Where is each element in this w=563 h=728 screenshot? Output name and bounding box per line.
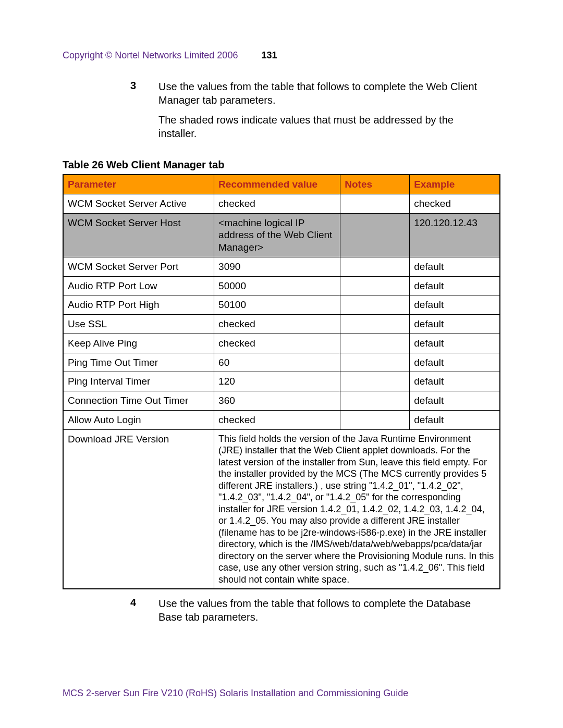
cell-example: checked [410, 194, 500, 213]
cell-example: default [410, 391, 500, 411]
table-row: WCM Socket Server Port 3090 default [63, 257, 500, 276]
cell-recommended: checked [214, 315, 340, 334]
cell-parameter: Keep Alive Ping [63, 334, 214, 353]
table-row: Keep Alive Ping checked default [63, 334, 500, 353]
cell-parameter: Connection Time Out Timer [63, 391, 214, 411]
cell-example: default [410, 257, 500, 276]
cell-recommended: 50000 [214, 276, 340, 295]
page-number: 131 [261, 50, 277, 60]
col-header-example: Example [410, 175, 500, 194]
cell-parameter: Ping Interval Timer [63, 372, 214, 391]
table-title: Table 26 Web Client Manager tab [63, 159, 500, 171]
table-row: Ping Interval Timer 120 default [63, 372, 500, 391]
table-row: Connection Time Out Timer 360 default [63, 391, 500, 411]
step-number-3: 3 [130, 80, 158, 146]
cell-parameter: WCM Socket Server Host [63, 213, 214, 257]
cell-notes [340, 194, 410, 213]
cell-recommended: checked [214, 334, 340, 353]
step-3-body: Use the values from the table that follo… [158, 80, 490, 146]
cell-recommended: 360 [214, 391, 340, 411]
step-3-para-1: Use the values from the table that follo… [158, 80, 490, 107]
table-row: Ping Time Out Timer 60 default [63, 353, 500, 372]
table-header-row: Parameter Recommended value Notes Exampl… [63, 175, 500, 194]
cell-parameter: Audio RTP Port Low [63, 276, 214, 295]
cell-jre-note: This field holds the version of the Java… [214, 429, 500, 589]
cell-notes [340, 213, 410, 257]
table-row-shaded: WCM Socket Server Host <machine logical … [63, 213, 500, 257]
cell-recommended: checked [214, 194, 340, 213]
table-row: Audio RTP Port Low 50000 default [63, 276, 500, 295]
step-number-4: 4 [130, 597, 158, 630]
page: Copyright © Nortel Networks Limited 2006… [0, 0, 563, 728]
table-row: Use SSL checked default [63, 315, 500, 334]
cell-notes [340, 257, 410, 276]
step-4: 4 Use the values from the table that fol… [130, 597, 490, 630]
cell-example: default [410, 372, 500, 391]
cell-example: default [410, 315, 500, 334]
cell-recommended: <machine logical IP address of the Web C… [214, 213, 340, 257]
copyright-text: Copyright © Nortel Networks Limited 2006 [63, 50, 238, 60]
table-row: Download JRE Version This field holds th… [63, 429, 500, 589]
cell-parameter: WCM Socket Server Active [63, 194, 214, 213]
cell-parameter: Audio RTP Port High [63, 295, 214, 315]
cell-notes [340, 372, 410, 391]
cell-parameter: Use SSL [63, 315, 214, 334]
cell-parameter: Allow Auto Login [63, 410, 214, 429]
cell-notes [340, 276, 410, 295]
col-header-notes: Notes [340, 175, 410, 194]
cell-example: default [410, 410, 500, 429]
cell-notes [340, 353, 410, 372]
step-3: 3 Use the values from the table that fol… [130, 80, 490, 146]
step-3-para-2: The shaded rows indicate values that mus… [158, 113, 490, 140]
cell-notes [340, 334, 410, 353]
cell-parameter: Download JRE Version [63, 429, 214, 589]
cell-example: default [410, 276, 500, 295]
col-header-parameter: Parameter [63, 175, 214, 194]
cell-example: 120.120.12.43 [410, 213, 500, 257]
cell-recommended: 3090 [214, 257, 340, 276]
cell-recommended: checked [214, 410, 340, 429]
cell-example: default [410, 353, 500, 372]
cell-notes [340, 410, 410, 429]
cell-example: default [410, 334, 500, 353]
col-header-recommended: Recommended value [214, 175, 340, 194]
cell-notes [340, 295, 410, 315]
cell-notes [340, 391, 410, 411]
cell-recommended: 50100 [214, 295, 340, 315]
table-row: Allow Auto Login checked default [63, 410, 500, 429]
cell-recommended: 60 [214, 353, 340, 372]
cell-parameter: Ping Time Out Timer [63, 353, 214, 372]
step-4-body: Use the values from the table that follo… [158, 597, 490, 630]
table-row: Audio RTP Port High 50100 default [63, 295, 500, 315]
cell-parameter: WCM Socket Server Port [63, 257, 214, 276]
cell-recommended: 120 [214, 372, 340, 391]
page-header: Copyright © Nortel Networks Limited 2006… [63, 50, 500, 61]
table-row: WCM Socket Server Active checked checked [63, 194, 500, 213]
cell-example: default [410, 295, 500, 315]
step-4-para-1: Use the values from the table that follo… [158, 597, 490, 624]
footer-text: MCS 2-server Sun Fire V210 (RoHS) Solari… [63, 688, 408, 699]
web-client-manager-table: Parameter Recommended value Notes Exampl… [63, 174, 500, 589]
cell-notes [340, 315, 410, 334]
